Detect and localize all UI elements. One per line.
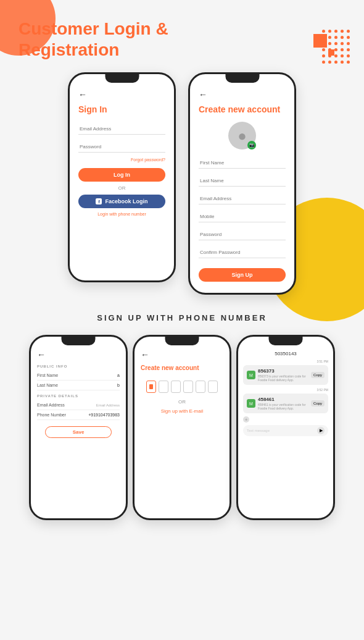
- phone-signin: ← Sign In Forgot password? Log In OR f F…: [68, 72, 176, 282]
- back-arrow-5[interactable]: ←: [141, 350, 223, 360]
- phone-notch-1: [105, 74, 139, 83]
- sms-code-2: 458461: [258, 397, 308, 402]
- digit-box-6[interactable]: [208, 381, 218, 393]
- sms-desc-1: 856373 is your verification code for Foo…: [258, 374, 308, 382]
- add-icon[interactable]: +: [243, 416, 249, 423]
- signin-title: Sign In: [78, 104, 165, 114]
- lastname-label: Last Name: [37, 383, 58, 387]
- phone-profile: ← PUBLIC INFO First Name a Last Name b P…: [29, 335, 128, 520]
- confirm-password-input[interactable]: [199, 247, 286, 258]
- password-register-input[interactable]: [199, 229, 286, 240]
- phone-screen-4: ← PUBLIC INFO First Name a Last Name b P…: [31, 337, 126, 518]
- email-placeholder-4: Email Address: [96, 403, 120, 407]
- save-button[interactable]: Save: [45, 426, 111, 438]
- digit-box-4[interactable]: [183, 381, 193, 393]
- back-arrow-2[interactable]: ←: [199, 90, 286, 99]
- phones-row-1: ← Sign In Forgot password? Log In OR f F…: [0, 66, 364, 301]
- form-row-firstname: First Name a: [37, 371, 120, 381]
- back-arrow-4[interactable]: ←: [37, 350, 120, 360]
- lastname-value: b: [117, 383, 120, 387]
- avatar[interactable]: ● 📷: [228, 122, 256, 149]
- digit-box-1[interactable]: [146, 381, 156, 393]
- sms-add-row: +: [243, 416, 328, 423]
- sms-code-container-1: 856373 856373 is your verification code …: [258, 368, 308, 382]
- firstname-value: a: [117, 373, 120, 377]
- sms-item-2: M 458461 458461 is your verification cod…: [243, 394, 328, 413]
- avatar-container: ● 📷: [199, 122, 286, 149]
- form-row-email: Email Address Email Address: [37, 400, 120, 410]
- phone-digit-boxes: [141, 381, 223, 393]
- phone-phone-signup: ← Create new account OR Sign up with E-m…: [133, 335, 231, 520]
- phone-login-link[interactable]: Login with phone number: [78, 212, 165, 216]
- create-account-title-5: Create new account: [141, 364, 223, 371]
- send-button[interactable]: ▶: [317, 427, 325, 434]
- svg-rect-0: [149, 384, 153, 389]
- register-title: Create new account: [199, 104, 286, 114]
- phone-notch-4: [62, 337, 96, 345]
- forgot-password-link[interactable]: Forgot password?: [78, 158, 165, 162]
- user-icon: ●: [238, 127, 247, 145]
- email-input[interactable]: [78, 124, 165, 135]
- digit-box-5[interactable]: [196, 381, 205, 393]
- private-details-label: PRIVATE DETAILS: [37, 394, 120, 398]
- sms-time-2: 3:52 PM: [243, 388, 328, 392]
- mobile-input[interactable]: [199, 211, 286, 222]
- form-row-lastname: Last Name b: [37, 381, 120, 390]
- sms-app-icon-2: M: [247, 399, 255, 408]
- phone-screen-2: ← Create new account ● 📷 Sign Up: [190, 74, 294, 293]
- phones-row-2: ← PUBLIC INFO First Name a Last Name b P…: [0, 332, 364, 523]
- text-input-row[interactable]: Text message ▶: [243, 425, 328, 436]
- phone-notch-5: [165, 337, 199, 345]
- sms-code-1: 856373: [258, 368, 308, 374]
- sms-code-container-2: 458461 458461 is your verification code …: [258, 397, 308, 410]
- phone-screen-5: ← Create new account OR Sign up with E-m…: [134, 337, 230, 518]
- phone-value-4: +919104703983: [88, 413, 120, 417]
- phone-screen-6: 50350143 3:51 PM M 856373 856373 is your…: [238, 337, 333, 518]
- copy-button-2[interactable]: Copy: [311, 400, 325, 406]
- copy-button-1[interactable]: Copy: [311, 372, 325, 378]
- public-info-label: PUBLIC INFO: [37, 364, 120, 368]
- form-row-phone: Phone Number +919104703983: [37, 410, 120, 420]
- email-register-input[interactable]: [199, 193, 286, 204]
- page-title: Customer Login & Registration: [19, 19, 179, 60]
- email-label-4: Email Address: [37, 403, 65, 407]
- sms-phone-number: 50350143: [243, 351, 328, 356]
- sms-desc-2: 458461 is your verification code for Foo…: [258, 403, 308, 410]
- phone-label-4: Phone Number: [37, 413, 66, 417]
- firstname-input[interactable]: [199, 158, 286, 169]
- phone-notch-6: [269, 337, 303, 345]
- digit-box-3[interactable]: [171, 381, 181, 393]
- phone-notch-2: [225, 74, 259, 83]
- login-button[interactable]: Log In: [78, 168, 165, 182]
- back-arrow-1[interactable]: ←: [78, 90, 165, 99]
- digit-box-2[interactable]: [159, 381, 168, 393]
- lastname-input[interactable]: [199, 175, 286, 187]
- or-divider-5: OR: [141, 399, 223, 405]
- section-label: SIGN UP WITH PHONE NUMBER: [0, 301, 364, 332]
- sms-time-1: 3:51 PM: [243, 360, 328, 363]
- signup-button[interactable]: Sign Up: [199, 268, 286, 282]
- sms-app-icon-1: M: [247, 371, 255, 379]
- facebook-icon: f: [96, 198, 102, 204]
- phone-register: ← Create new account ● 📷 Sign Up: [188, 72, 296, 295]
- header: Customer Login & Registration: [0, 0, 364, 66]
- or-divider-1: OR: [78, 185, 165, 191]
- phone-screen-1: ← Sign In Forgot password? Log In OR f F…: [70, 74, 174, 280]
- facebook-login-button[interactable]: f Facebook Login: [78, 195, 165, 208]
- phone-sms: 50350143 3:51 PM M 856373 856373 is your…: [236, 335, 335, 520]
- text-input-placeholder: Text message: [247, 429, 315, 432]
- signup-email-link[interactable]: Sign up with E-mail: [141, 408, 223, 414]
- firstname-label: First Name: [37, 373, 58, 377]
- password-input[interactable]: [78, 141, 165, 153]
- sms-item-1: M 856373 856373 is your verification cod…: [243, 365, 328, 385]
- camera-badge[interactable]: 📷: [247, 141, 256, 149]
